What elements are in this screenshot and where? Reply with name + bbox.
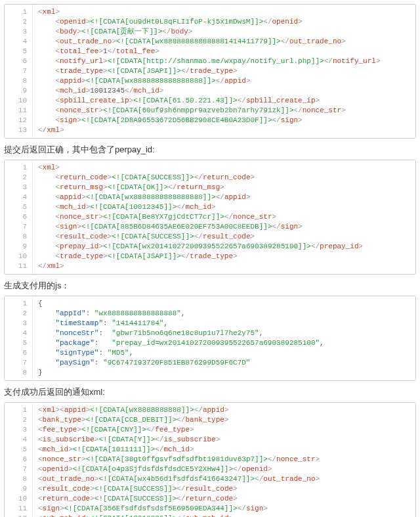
line-code: <notify_url><![CDATA[http://shanmao.me/w… (33, 56, 416, 66)
line-code: <spbill_create_ip><![CDATA[61.50.221.43]… (33, 96, 416, 106)
code-line: 8} (5, 368, 415, 378)
line-code: <out_trade_no><![CDATA[wx888888888888881… (33, 37, 416, 47)
code-line: 5 "package": "prepay_id=wx20141027200939… (5, 338, 415, 348)
line-code: <return_code><![CDATA[SUCCESS]]></return… (33, 494, 416, 504)
line-number: 4 (5, 192, 33, 202)
line-number: 3 (5, 27, 33, 37)
code-line: 3 <return_msg><![CDATA[OK]]></return_msg… (5, 183, 415, 192)
line-number: 7 (5, 358, 33, 368)
line-number: 7 (5, 66, 33, 76)
code-line: 2 <openid><![CDATA[ou9dHt0L8qFLI1foP-kj5… (5, 17, 415, 27)
line-code: <nonce_str><![CDATA[Be8YX7gjCdtCT7cr]]><… (33, 212, 416, 222)
code-line: 1<xml><appid><![CDATA[wx8888888888]]></a… (5, 405, 415, 415)
line-code: { (33, 299, 416, 309)
line-number: 12 (5, 514, 33, 517)
line-code: <total_fee>1</total_fee> (33, 47, 416, 56)
line-code: <mch_id>10012345</mch_id> (33, 86, 416, 96)
line-number: 9 (5, 484, 33, 494)
line-code: <mch_id><![CDATA[10012345]]></mch_id> (33, 202, 416, 212)
line-code: <appid><![CDATA[wx8888888888888888]]></a… (33, 76, 416, 86)
line-code: <nonce_str><![CDATA[38gt0ffgsvfsdfsdfbt1… (33, 455, 416, 464)
line-code: "nonceStr": "gbwr71b5no6q6ne18c8up1u7l7h… (33, 328, 416, 338)
code-line: 5 <total_fee>1</total_fee> (5, 47, 415, 56)
code-line: 5<mch_id><![CDATA[1011111]]></mch_id> (5, 445, 415, 455)
caption-2: 生成支付用的js： (4, 280, 416, 292)
line-code: "package": "prepay_id=wx2014102720093955… (33, 338, 416, 348)
line-code: <out_trade_no><![CDATA[wx4b56d1fsdfdsf41… (33, 474, 416, 484)
code-line: 2<bank_type><![CDATA[CCB_DEBIT]]></bank_… (5, 415, 415, 425)
line-number: 2 (5, 173, 33, 183)
code-line: 13</xml> (5, 125, 415, 135)
line-code: <xml> (33, 163, 416, 173)
code-line: 7<openid><![CDATA[o4p3SjfdsfdsfdsdCE5Y2X… (5, 464, 415, 474)
line-number: 9 (5, 86, 33, 96)
line-number: 5 (5, 338, 33, 348)
code-line: 3 <body><![CDATA[贡献一下]]></body> (5, 27, 415, 37)
line-code: } (33, 368, 416, 378)
line-number: 5 (5, 47, 33, 56)
line-number: 7 (5, 464, 33, 474)
line-code: </xml> (33, 261, 416, 271)
code-body-2: 1<xml>2 <return_code><![CDATA[SUCCESS]]>… (5, 160, 415, 274)
line-code: <xml><appid><![CDATA[wx8888888888]]></ap… (33, 405, 416, 415)
line-code: <is_subscribe><![CDATA[Y]]></is_subscrib… (33, 435, 416, 445)
line-number: 2 (5, 17, 33, 27)
line-number: 2 (5, 309, 33, 319)
line-code: <trade_type><![CDATA[JSAPI]]></trade_typ… (33, 66, 416, 76)
line-code: <appid><![CDATA[wx8888888888888888]]></a… (33, 192, 416, 202)
code-line: 7 <trade_type><![CDATA[JSAPI]]></trade_t… (5, 66, 415, 76)
line-code: "appId": "wx8888888888888888", (33, 309, 416, 319)
line-code: <fee_type><![CDATA[CNY]]></fee_type> (33, 425, 416, 435)
code-line: 8 <result_code><![CDATA[SUCCESS]]></resu… (5, 232, 415, 242)
code-line: 2 "appId": "wx8888888888888888", (5, 309, 415, 319)
code-block-2: 1<xml>2 <return_code><![CDATA[SUCCESS]]>… (4, 160, 416, 275)
line-number: 1 (5, 405, 33, 415)
line-number: 11 (5, 504, 33, 514)
line-number: 1 (5, 163, 33, 173)
line-number: 10 (5, 494, 33, 504)
code-line: 4 <out_trade_no><![CDATA[wx8888888888888… (5, 37, 415, 47)
line-number: 13 (5, 125, 33, 135)
code-line: 7 "paySign": "9C6747193720F851EB876299D5… (5, 358, 415, 368)
line-number: 11 (5, 261, 33, 271)
code-line: 3<fee_type><![CDATA[CNY]]></fee_type> (5, 425, 415, 435)
line-code: <sub_mch_id><![CDATA[10018826]]></sub_mc… (33, 514, 416, 517)
line-number: 1 (5, 299, 33, 309)
code-body-1: 1<xml>2 <openid><![CDATA[ou9dHt0L8qFLI1f… (5, 5, 415, 138)
line-number: 6 (5, 348, 33, 358)
code-line: 6<nonce_str><![CDATA[38gt0ffgsvfsdfsdfbt… (5, 455, 415, 464)
line-number: 5 (5, 202, 33, 212)
line-code: <bank_type><![CDATA[CCB_DEBIT]]></bank_t… (33, 415, 416, 425)
code-line: 3 "timeStamp": "1414411784", (5, 319, 415, 328)
code-block-4: 1<xml><appid><![CDATA[wx8888888888]]></a… (4, 402, 416, 517)
code-line: 4<is_subscribe><![CDATA[Y]]></is_subscri… (5, 435, 415, 445)
code-line: 12<sub_mch_id><![CDATA[10018826]]></sub_… (5, 514, 415, 517)
line-number: 8 (5, 232, 33, 242)
caption-3: 支付成功后返回的通知xml: (4, 386, 416, 398)
line-code: <result_code><![CDATA[SUCCESS]]></result… (33, 484, 416, 494)
line-number: 9 (5, 242, 33, 252)
code-body-4: 1<xml><appid><![CDATA[wx8888888888]]></a… (5, 403, 415, 517)
code-block-3: 1{2 "appId": "wx8888888888888888",3 "tim… (4, 296, 416, 381)
code-line: 9<result_code><![CDATA[SUCCESS]]></resul… (5, 484, 415, 494)
line-number: 5 (5, 445, 33, 455)
code-line: 6 <nonce_str><![CDATA[Be8YX7gjCdtCT7cr]]… (5, 212, 415, 222)
line-code: <prepay_id><![CDATA[wx201410272009395522… (33, 242, 416, 252)
code-line: 1<xml> (5, 163, 415, 173)
code-body-3: 1{2 "appId": "wx8888888888888888",3 "tim… (5, 296, 415, 380)
line-code: <xml> (33, 7, 416, 17)
code-line: 10<return_code><![CDATA[SUCCESS]]></retu… (5, 494, 415, 504)
code-line: 9 <prepay_id><![CDATA[wx2014102720093955… (5, 242, 415, 252)
line-number: 10 (5, 96, 33, 106)
line-code: <return_msg><![CDATA[OK]]></return_msg> (33, 183, 416, 192)
line-code: <return_code><![CDATA[SUCCESS]]></return… (33, 173, 416, 183)
line-number: 10 (5, 252, 33, 261)
line-code: <body><![CDATA[贡献一下]]></body> (33, 27, 416, 37)
line-number: 8 (5, 76, 33, 86)
line-code: <openid><![CDATA[ou9dHt0L8qFLI1foP-kj5x1… (33, 17, 416, 27)
code-line: 6 <notify_url><![CDATA[http://shanmao.me… (5, 56, 415, 66)
code-line: 8<out_trade_no><![CDATA[wx4b56d1fsdfdsf4… (5, 474, 415, 484)
line-number: 3 (5, 319, 33, 328)
line-code: <sign><![CDATA[2D8A96553672D56BB2908CE4B… (33, 116, 416, 125)
code-line: 10 <trade_type><![CDATA[JSAPI]]></trade_… (5, 252, 415, 261)
